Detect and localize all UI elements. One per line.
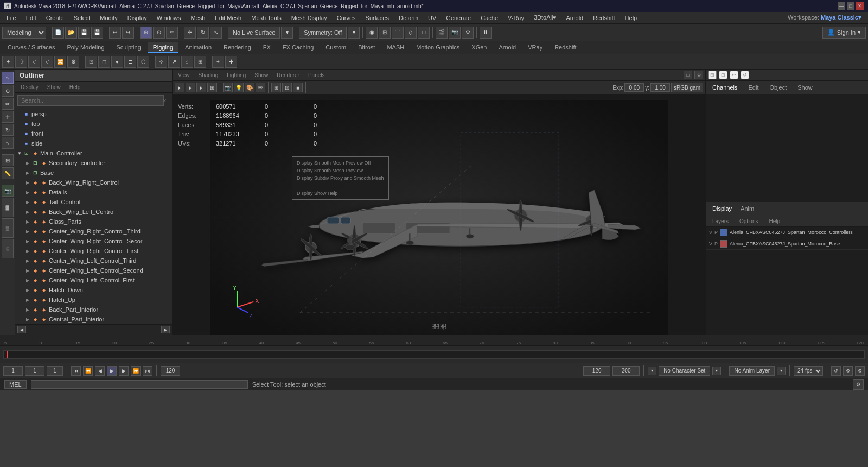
menu-vray[interactable]: V-Ray <box>503 14 528 22</box>
select-btn[interactable]: ⊕ <box>140 27 152 39</box>
undo-btn[interactable]: ↩ <box>109 27 121 39</box>
ipr-btn[interactable]: 📷 <box>449 27 461 39</box>
maximize-btn[interactable]: □ <box>847 2 854 10</box>
tab-poly-modeling[interactable]: Poly Modeling <box>61 42 110 53</box>
rp-icon4[interactable]: ↺ <box>741 71 749 79</box>
snap-grid-btn[interactable]: ⊞ <box>379 27 391 39</box>
vp-settings[interactable]: ⚙ <box>694 71 703 79</box>
rp-icon2[interactable]: ⊡ <box>719 71 727 79</box>
menu-uv[interactable]: UV <box>424 14 441 22</box>
tree-item-central-part-interior[interactable]: ▶ ◆ ◆ Central_Part_Interior <box>15 314 172 324</box>
menu-editmesh[interactable]: Edit Mesh <box>210 14 246 22</box>
tree-item-cwrcs[interactable]: ▶ ◆ ◆ Center_Wing_Right_Control_Secor <box>15 236 172 246</box>
vp-tb1[interactable]: ⏵ <box>175 83 184 92</box>
char-set-dropdown-arrow[interactable]: ▾ <box>648 367 656 375</box>
layer-panel-btn[interactable]: ▓ <box>2 198 14 217</box>
end-frame-input[interactable] <box>161 366 180 376</box>
poly-extrude-btn[interactable]: ⬡ <box>137 56 149 68</box>
vp-wire-btn[interactable]: ⊡ <box>282 83 292 92</box>
menu-edit[interactable]: Edit <box>22 14 41 22</box>
exposure-input[interactable] <box>624 83 644 92</box>
tab-redshift[interactable]: Redshift <box>549 42 582 53</box>
close-btn[interactable]: ✕ <box>856 2 864 10</box>
search-clear-icon[interactable]: ✕ <box>162 98 167 104</box>
vp-menu-renderer[interactable]: Renderer <box>273 71 303 79</box>
lasso-btn[interactable]: ⊙ <box>153 27 165 39</box>
select-tool-btn[interactable]: ↖ <box>2 72 14 84</box>
measure-tool-btn[interactable]: 📏 <box>2 167 14 179</box>
menu-cache[interactable]: Cache <box>476 14 502 22</box>
save-btn[interactable]: 💾 <box>78 27 90 39</box>
tab-fx[interactable]: FX <box>258 42 276 53</box>
snap-view-btn[interactable]: □ <box>418 27 430 39</box>
snap-tool-btn[interactable]: ⊞ <box>2 154 14 166</box>
channels-tab-show[interactable]: Show <box>795 83 815 92</box>
minimize-btn[interactable]: — <box>838 2 845 10</box>
tab-rendering[interactable]: Rendering <box>218 42 257 53</box>
menu-file[interactable]: File <box>2 14 21 22</box>
tab-xgen[interactable]: XGen <box>466 42 492 53</box>
menu-surfaces[interactable]: Surfaces <box>361 14 393 22</box>
tree-item-front[interactable]: ■ front <box>15 129 172 138</box>
menu-display[interactable]: Display <box>123 14 151 22</box>
layers-menu-layers[interactable]: Layers <box>709 217 732 225</box>
char-set-expand-btn[interactable]: ▾ <box>712 367 721 375</box>
tool5[interactable]: 🔀 <box>54 56 66 68</box>
snap-point-btn[interactable]: ◇ <box>405 27 417 39</box>
scale-tool-btn[interactable]: ⤡ <box>2 137 14 149</box>
vp-snap-layout[interactable]: □ <box>684 71 692 79</box>
anim-settings-btn3[interactable]: ⚙ <box>855 366 865 376</box>
no-live-surface-label[interactable]: No Live Surface <box>228 27 280 39</box>
menu-generate[interactable]: Generate <box>442 14 475 22</box>
goto-start-btn[interactable]: ⏮ <box>71 366 81 376</box>
symmetry-dropdown[interactable]: ▾ <box>348 27 360 39</box>
tree-item-back-wing-right[interactable]: ▶ ◆ ◆ Back_Wing_Right_Control <box>15 178 172 187</box>
tool4[interactable]: ◁ <box>41 56 53 68</box>
tree-item-cwrc3[interactable]: ▶ ◆ ◆ Center_Wing_Right_Control_Third <box>15 226 172 236</box>
range-end-input[interactable] <box>612 366 640 376</box>
pause-btn[interactable]: ⏸ <box>480 27 492 39</box>
symmetry-label[interactable]: Symmetry: Off <box>299 27 347 39</box>
display-tab-display[interactable]: Display <box>710 204 734 213</box>
tree-item-side[interactable]: ■ side <box>15 138 172 148</box>
tab-mash[interactable]: MASH <box>381 42 410 53</box>
tool6[interactable]: ⚙ <box>67 56 79 68</box>
layer-v2[interactable]: V <box>709 241 712 247</box>
vp-menu-show[interactable]: Show <box>251 71 271 79</box>
timeline-bar[interactable] <box>0 346 868 363</box>
outliner-display-menu[interactable]: Display <box>17 83 42 91</box>
tree-item-cwlcf[interactable]: ▶ ◆ ◆ Center_Wing_Left_Control_First <box>15 275 172 285</box>
current-frame-input[interactable] <box>25 366 44 376</box>
menu-create[interactable]: Create <box>42 14 68 22</box>
tree-item-persp[interactable]: ■ persp <box>15 109 172 119</box>
tree-item-top[interactable]: ■ top <box>15 119 172 129</box>
sk-weight-btn[interactable]: ⊞ <box>194 56 206 68</box>
soft-select-btn[interactable]: ◉ <box>366 27 378 39</box>
tab-custom[interactable]: Custom <box>320 42 352 53</box>
menu-select[interactable]: Select <box>69 14 95 22</box>
poly-sphere-btn[interactable]: ● <box>111 56 123 68</box>
tree-item-hatch-up[interactable]: ▶ ◆ ◆ Hatch_Up <box>15 295 172 305</box>
window-controls[interactable]: — □ ✕ <box>838 2 864 10</box>
next-frame-btn[interactable]: ▶ <box>119 366 129 376</box>
vp-tb2[interactable]: ⏵ <box>186 83 195 92</box>
menu-modify[interactable]: Modify <box>95 14 122 22</box>
move-tool-btn[interactable]: ✛ <box>2 111 14 123</box>
tree-item-cwlcs[interactable]: ▶ ◆ ◆ Center_Wing_Left_Control_Second <box>15 266 172 275</box>
display-tab-anim[interactable]: Anim <box>738 204 756 213</box>
move-btn[interactable]: ✛ <box>184 27 196 39</box>
menu-help[interactable]: Help <box>621 14 642 22</box>
redo-btn[interactable]: ↪ <box>122 27 134 39</box>
tree-item-cwrcf[interactable]: ▶ ◆ ◆ Center_Wing_Right_Control_First <box>15 246 172 256</box>
live-surface-dropdown[interactable]: ▾ <box>281 27 293 39</box>
render-btn[interactable]: 🎬 <box>436 27 448 39</box>
menu-mesh[interactable]: Mesh <box>186 14 209 22</box>
rp-icon3[interactable]: ↩ <box>730 71 738 79</box>
mel-label[interactable]: MEL <box>4 380 27 389</box>
sk-ik-btn[interactable]: ↗ <box>168 56 180 68</box>
tool1[interactable]: ✦ <box>2 56 14 68</box>
poly-cube-btn[interactable]: ◻ <box>98 56 110 68</box>
vp-grid-btn[interactable]: ⊞ <box>271 83 281 92</box>
menu-3dtoall[interactable]: 3DtoAll▾ <box>529 13 560 22</box>
tab-vray[interactable]: VRay <box>522 42 548 53</box>
